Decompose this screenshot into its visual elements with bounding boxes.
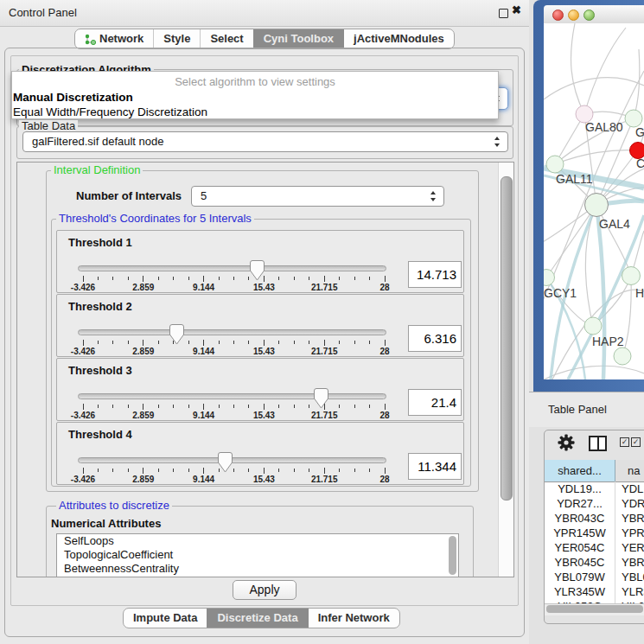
threshold-label: Threshold 3 [68,364,132,377]
slider-tick [188,277,189,280]
list-item[interactable]: SelfLoops [57,534,458,548]
slider-tick [83,468,84,474]
float-window-icon[interactable] [499,9,508,18]
tab-network[interactable]: Network [75,29,153,48]
tab-impute-data[interactable]: Impute Data [124,609,207,628]
network-node-label: HAP2 [592,335,624,348]
number-of-intervals-spinner[interactable]: 5 [191,186,444,207]
close-icon[interactable]: ✖ [512,3,521,16]
slider-tick [173,277,174,280]
checkbox-icon[interactable]: ✓ [631,437,641,447]
table-row[interactable]: YBL079WYBL0 [545,570,644,584]
network-node[interactable] [625,110,642,127]
list-item[interactable]: TopologicalCoefficient [57,548,458,562]
checkbox-icon[interactable]: ✓ [620,437,629,447]
table-cell: YPR1 [622,526,644,540]
slider-tick [83,340,84,346]
algorithm-dropdown-hint: Select algorithm to view settings [12,75,498,88]
list-item[interactable]: BetweennessCentrality [57,562,458,576]
algorithm-option[interactable]: Equal Width/Frequency Discretization [13,105,497,119]
table-cell: YBR0 [622,511,644,526]
network-node[interactable] [546,156,564,173]
apply-button[interactable]: Apply [233,580,296,600]
tab-label: Style [163,29,190,48]
table-row[interactable]: YDR27...YDR2 [545,496,644,511]
table-row[interactable]: YLR345WYLR3 [545,584,644,599]
number-of-intervals-value: 5 [201,187,207,206]
close-light-icon[interactable] [552,10,564,21]
table-row[interactable]: YBR043CYBR0 [545,511,644,526]
slider-tick-label: 9.144 [185,411,223,420]
network-canvas[interactable]: GAL80GCGAL11GAL4GCY1HHAP2 [544,23,644,379]
slider-tick-label: 21.715 [305,283,343,292]
column-header-shared-name[interactable]: shared... [545,460,615,481]
tab-jactivemnodules[interactable]: jActiveMNodules [343,29,454,48]
slider-tick [143,340,143,346]
slider-tick [83,404,84,410]
slider-tick [98,469,99,472]
table-hscrollbar[interactable] [545,603,644,615]
slider-tick [385,340,386,346]
table-row[interactable]: YBR045CYBR0 [545,555,644,570]
network-node[interactable] [614,348,631,365]
threshold-value-field[interactable]: 21.4 [408,389,462,416]
control-panel-titlebar: Control Panel ✖ [0,0,529,27]
tab-label: Discretize Data [217,609,297,628]
column-header-name[interactable]: na [615,460,644,481]
zoom-light-icon[interactable] [583,10,595,21]
algorithm-option[interactable]: Manual Discretization [13,90,497,105]
tab-discretize-data[interactable]: Discretize Data [207,609,307,628]
top-tab-bar: NetworkStyleSelectCyni ToolboxjActiveMNo… [74,29,455,49]
network-view-titlebar[interactable] [544,5,644,24]
network-node[interactable] [585,194,609,217]
network-icon [85,34,96,45]
tab-infer-network[interactable]: Infer Network [308,609,399,628]
bottom-tab-bar: Impute DataDiscretize DataInfer Network [123,608,400,628]
attributes-list-scrollbar[interactable] [449,536,456,575]
tab-cyni-toolbox[interactable]: Cyni Toolbox [253,29,343,48]
slider-tick-label: 2.859 [124,283,163,292]
slider-track[interactable] [78,329,386,335]
slider-tick [173,469,174,472]
slider-track[interactable] [78,265,386,271]
tab-select[interactable]: Select [200,29,252,48]
table-data-combobox[interactable]: galFiltered.sif default node [22,131,508,152]
threshold-value-field[interactable]: 11.344 [408,453,462,480]
table-hscrollbar-thumb[interactable] [546,605,643,613]
slider-tick [158,405,159,408]
tab-style[interactable]: Style [153,29,200,48]
numerical-attributes-list[interactable]: SelfLoopsTopologicalCoefficientBetweenne… [56,533,459,577]
slider-thumb[interactable] [218,452,233,476]
tab-label: Network [99,29,143,48]
network-node[interactable] [544,270,555,286]
table-row[interactable]: YER054CYER0 [545,540,644,555]
slider-tick [369,405,370,408]
threshold-value-field[interactable]: 14.713 [408,261,462,288]
slider-thumb[interactable] [314,388,328,412]
network-node[interactable] [584,317,602,335]
network-node[interactable] [622,267,641,285]
interval-definition-label: Interval Definition [51,164,143,176]
slider-tick-label: 15.43 [245,347,283,356]
slider-tick-label: -3.426 [64,411,102,420]
table-row[interactable]: YPR145WYPR1 [545,526,644,540]
table-panel-title: Table Panel [548,392,607,427]
gear-icon[interactable] [558,434,575,455]
network-node-label: C [636,156,644,170]
minimize-light-icon[interactable] [568,10,579,21]
slider-tick-label: 2.859 [124,411,163,420]
columns-icon[interactable] [589,436,607,451]
slider-tick [369,277,370,280]
slider-track[interactable] [78,393,386,399]
table-row[interactable]: YDL19...YDL1 [545,481,644,496]
threshold-label: Threshold 4 [68,428,132,441]
slider-tick [188,469,189,472]
threshold-value-field[interactable]: 6.316 [408,325,462,352]
threshold-coordinates-label: Threshold's Coordinates for 5 Intervals [56,213,254,225]
slider-thumb[interactable] [250,260,265,284]
slider-thumb[interactable] [169,324,184,348]
slider-tick [203,340,204,346]
table-cell: YDL1 [622,481,644,496]
scrollbar-thumb[interactable] [501,176,513,501]
node-table: shared... na YDL19...YDL1YDR27...YDR2YBR… [545,460,644,615]
